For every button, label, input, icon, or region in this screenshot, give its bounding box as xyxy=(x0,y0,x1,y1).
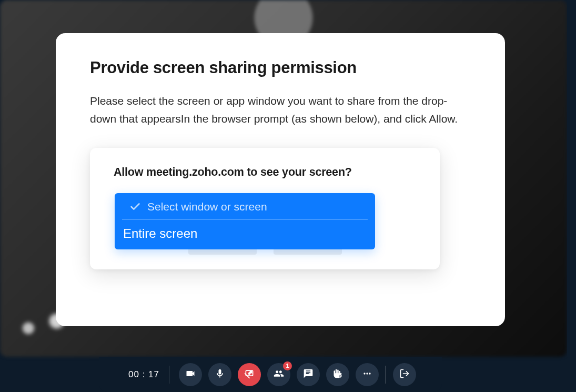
prompt-title: Allow meeting.zoho.com to see your scree… xyxy=(114,166,416,179)
dropdown-placeholder-row: Select window or screen xyxy=(122,193,368,220)
chat-button[interactable] xyxy=(297,363,320,386)
separator xyxy=(169,366,169,384)
participants-button[interactable]: 1 xyxy=(267,363,290,386)
svg-point-2 xyxy=(339,375,340,375)
modal-title: Provide screen sharing permission xyxy=(90,58,471,77)
permission-modal: Provide screen sharing permission Please… xyxy=(56,33,505,326)
leave-meeting-button[interactable] xyxy=(393,363,416,386)
reactions-button[interactable] xyxy=(326,363,349,386)
participants-badge: 1 xyxy=(283,361,292,370)
share-screen-icon xyxy=(244,368,255,381)
video-toggle-button[interactable] xyxy=(179,363,202,386)
share-screen-button[interactable] xyxy=(238,363,261,386)
meeting-timer: 00 : 17 xyxy=(128,369,159,380)
modal-description: Please select the screen or app window y… xyxy=(90,92,471,128)
hand-emoji-icon xyxy=(332,368,343,381)
chat-icon xyxy=(303,368,314,381)
svg-point-5 xyxy=(366,373,368,374)
more-icon xyxy=(362,368,372,381)
dropdown-selected-option: Entire screen xyxy=(115,220,375,249)
mic-toggle-button[interactable] xyxy=(208,363,231,386)
mic-icon xyxy=(215,368,225,381)
svg-point-1 xyxy=(338,374,342,377)
participants-icon xyxy=(274,368,284,381)
check-icon xyxy=(129,201,141,213)
leave-icon xyxy=(399,368,410,381)
right-strip xyxy=(567,0,576,357)
svg-point-6 xyxy=(369,373,370,374)
svg-point-4 xyxy=(363,373,365,374)
screen-select-dropdown: Select window or screen Entire screen xyxy=(115,193,375,249)
more-options-button[interactable] xyxy=(356,363,379,386)
dropdown-placeholder: Select window or screen xyxy=(147,200,267,213)
browser-prompt-illustration: Allow meeting.zoho.com to see your scree… xyxy=(90,148,440,269)
video-icon xyxy=(185,368,196,381)
meeting-toolbar: 00 : 17 1 xyxy=(99,357,442,392)
separator xyxy=(385,366,386,384)
svg-point-3 xyxy=(340,375,341,375)
